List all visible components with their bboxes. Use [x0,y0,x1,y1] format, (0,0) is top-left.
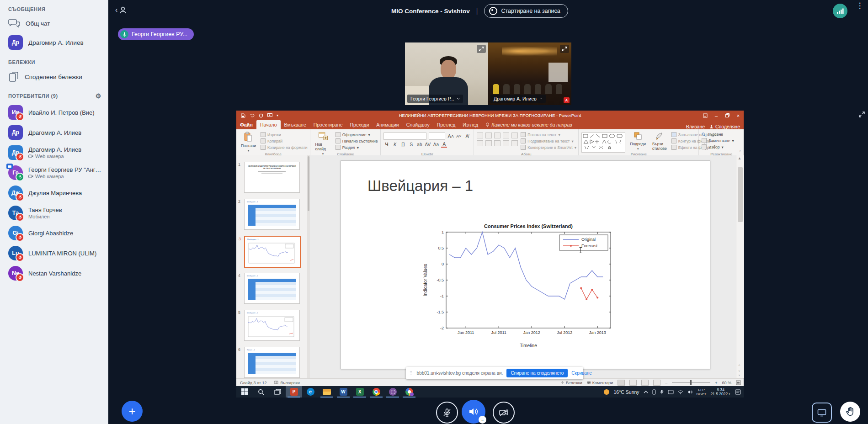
slideshow-view-button[interactable] [653,380,660,386]
webcam-video-1[interactable]: Георги Георгиев Р... [405,42,488,105]
align-center-button[interactable] [485,140,492,146]
taskbar-search-button[interactable] [253,386,269,398]
zoom-slider[interactable] [672,382,710,383]
audio-settings-button[interactable]: ⌄ [462,400,485,424]
ribbon-tab-Преглед[interactable]: Преглед [433,120,459,129]
ribbon-tab-Проектиране[interactable]: Проектиране [310,120,346,129]
section-button[interactable]: Раздел ▾ [335,145,378,150]
char-spacing-button[interactable]: AV [425,142,431,147]
phone-link-icon[interactable] [652,389,656,395]
taskbar-app-app[interactable] [401,386,417,398]
ribbon-tab-Изглед[interactable]: Изглед [459,120,482,129]
start-recording-button[interactable]: Стартиране на записа [484,4,568,18]
zoom-out-button[interactable]: – [665,381,667,385]
sign-in-button[interactable]: Влизане [686,124,705,129]
sidebar-item-shared-notes[interactable]: Споделени бележки [0,68,108,86]
format-painter-button[interactable]: Копиране на формати [261,145,308,150]
scrollbar-thumb[interactable] [738,167,743,222]
find-button[interactable]: Търсене [702,132,734,137]
increase-indent-button[interactable] [503,132,509,138]
convert-smartart-button[interactable]: Конвертиране в SmartArt ▾ [521,145,576,150]
ribbon-tab-Начало[interactable]: Начало [256,120,281,129]
close-button[interactable]: × [733,111,744,120]
network-icon[interactable] [678,390,683,394]
cut-button[interactable]: Изрежи [261,132,308,137]
zoom-slider-thumb[interactable] [690,380,692,385]
text-direction-button[interactable]: Посока на текст ▾ [521,132,576,137]
raise-hand-button[interactable] [840,402,860,422]
bullets-button[interactable] [477,132,483,138]
strikethrough-button[interactable]: S [408,142,414,147]
options-kebab-menu[interactable]: ⋮ [855,4,865,18]
language-switcher[interactable]: БГРBGPT [697,388,707,396]
fullscreen-presentation-icon[interactable] [858,111,865,118]
repeat-icon[interactable] [259,113,263,118]
columns-button[interactable] [511,140,518,146]
change-case-button[interactable]: Aa [433,142,439,147]
slide-thumbnail-6[interactable]: 6Израел – 1 [244,347,300,378]
reset-button[interactable]: Начално състояние [335,138,378,143]
actions-plus-button[interactable]: + [122,401,143,422]
video-fullscreen-button[interactable] [477,45,486,53]
taskbar-app-edge[interactable]: e [302,386,319,398]
user-list-item[interactable]: ТаТаня ГорчевМобилен [0,203,108,223]
qat-customize-chevron-icon[interactable]: ▾ [277,113,278,117]
copy-button[interactable]: Копирай [261,138,308,143]
video-user-label[interactable]: Драгомир А. Илиев [490,95,546,103]
stop-sharing-button[interactable]: Спиране на споделянето [506,369,568,377]
zoom-in-button[interactable]: + [715,381,717,385]
user-list-item[interactable]: ИвИвайло И. Петров (Вие) [0,102,108,122]
align-left-button[interactable] [477,140,483,146]
collapse-ribbon-icon[interactable]: ⌃ [738,150,742,154]
canvas-scrollbar[interactable]: ▲ ⌃⌄⌄ [736,155,744,378]
microphone-tray-icon[interactable] [660,389,664,395]
language-indicator[interactable]: български [266,381,299,385]
start-button[interactable] [236,386,253,398]
taskbar-clock[interactable]: 9:3421.5.2022 г. [710,388,731,396]
slide-sorter-view-button[interactable] [629,380,637,386]
webcam-video-2[interactable]: AДрагомир А. Илиев [488,42,571,105]
restore-button[interactable] [722,111,733,120]
align-text-button[interactable]: Подравняване на текст ▾ [521,138,576,143]
touchpad-icon[interactable] [668,390,674,394]
drag-grip-icon[interactable]: ⠿ [410,371,413,376]
weather-text[interactable]: 16°C Sunny [613,389,639,395]
volume-icon[interactable] [687,390,692,394]
ribbon-tab-Вмъкване[interactable]: Вмъкване [281,120,310,129]
fit-to-window-icon[interactable] [736,380,741,385]
slide-thumbnail-1[interactable]: 1НЕЛИНЕЙНИ АВТОРЕГРЕСИВНИ НЕВРОННИ МРЕЖИ… [244,162,300,193]
font-color-button[interactable]: А [441,142,447,148]
minimize-button[interactable]: – [711,111,722,120]
undo-icon[interactable] [250,113,255,117]
notes-toggle[interactable]: Бележки [561,381,582,385]
video-user-label[interactable]: Георги Георгиев Р... [407,95,463,103]
bold-button[interactable]: Ч [383,142,389,147]
taskbar-app-powerpoint[interactable]: P [286,386,302,398]
share-button[interactable]: Споделяне [709,124,740,129]
shapes-gallery[interactable] [581,132,625,153]
zoom-percent[interactable]: 60 % [722,381,731,385]
ribbon-tab-Преходи[interactable]: Преходи [346,120,373,129]
layout-button[interactable]: Оформление ▾ [335,132,378,137]
taskbar-app-excel[interactable]: X [351,386,368,398]
talking-indicator-badge[interactable]: Георги Георгиев РУ... [118,28,194,40]
user-list-item[interactable]: GiGiorgi Abashidze [0,223,108,243]
align-right-button[interactable] [494,140,501,146]
user-list-item[interactable]: NeNestan Varshanidze [0,263,108,283]
comments-toggle[interactable]: Коментари [587,381,613,385]
replace-button[interactable]: Заместване ▾ [702,138,734,143]
connection-status-button[interactable] [833,4,847,18]
manage-users-back-button[interactable]: ‹ [115,5,128,15]
sidebar-item-private-chat[interactable]: Др Драгомир А. Илиев [0,32,108,53]
text-shadow-button[interactable]: ab [416,142,422,147]
clear-formatting-button[interactable]: A̸ [464,134,470,139]
current-slide[interactable]: Швейцария – 1 Jan 2011Jul 2011Jan 2012Ju… [341,160,710,369]
weather-sun-icon[interactable] [604,389,609,395]
numbering-button[interactable] [485,132,492,138]
taskbar-app-explorer[interactable] [319,386,335,398]
user-list-item[interactable]: ДжДжулия Маринчева [0,183,108,203]
taskbar-app-word[interactable]: W [335,386,351,398]
unmute-microphone-button[interactable] [436,402,458,424]
taskbar-app-viber[interactable] [384,386,401,398]
audio-device-chevron-icon[interactable]: ⌄ [479,416,486,424]
